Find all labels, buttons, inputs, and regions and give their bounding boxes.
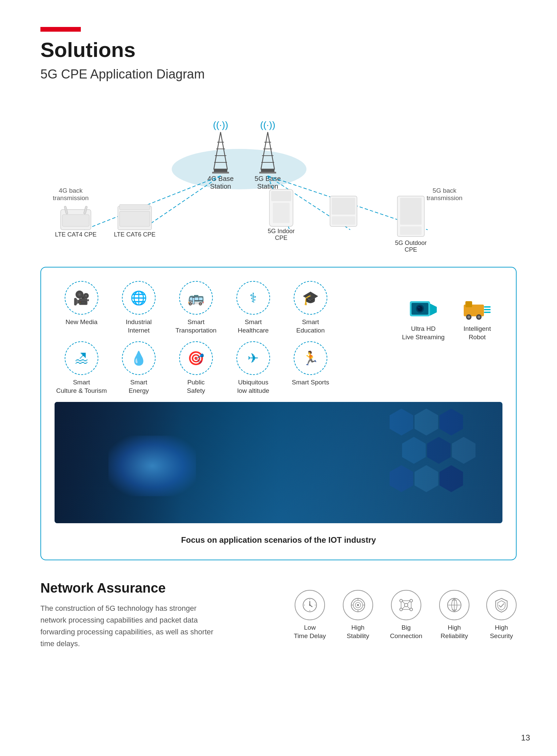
svg-text:Station: Station	[210, 183, 231, 190]
svg-rect-36	[332, 216, 355, 225]
smart-healthcare-icon: ⚕	[236, 281, 270, 315]
smart-culture-icon: 🏖	[65, 341, 98, 375]
svg-text:5G Indoor: 5G Indoor	[268, 228, 295, 234]
app-public-safety: 🎯 PublicSafety	[169, 341, 223, 395]
5g-outdoor-device: 5G Outdoor CPE	[395, 196, 427, 253]
app-smart-transportation: 🚌 SmartTransportation	[169, 281, 223, 335]
high-stability-icon	[343, 590, 373, 620]
smart-transportation-label: SmartTransportation	[175, 318, 216, 335]
focus-text: Focus on application scenarios of the IO…	[55, 530, 502, 546]
lte-cat4-device: LTE CAT4 CPE	[55, 206, 96, 238]
svg-point-53	[477, 316, 480, 318]
smart-sports-icon: 🏃	[294, 341, 327, 375]
apps-left: 🎥 New Media 🌐 IndustrialInternet 🚌 Smart…	[55, 281, 391, 402]
svg-line-80	[403, 607, 405, 609]
svg-point-77	[410, 608, 413, 611]
tower-oval-bg	[172, 149, 306, 189]
5g-indoor-device: 5G Indoor CPE	[268, 189, 295, 241]
svg-rect-27	[120, 211, 150, 226]
page: Solutions 5G CPE Application Diagram ((·…	[0, 0, 557, 756]
svg-rect-26	[120, 204, 150, 209]
red-accent-bar	[40, 27, 81, 32]
svg-point-76	[400, 608, 403, 611]
lte-cat6-device: LTE CAT6 CPE	[114, 204, 155, 238]
svg-point-74	[400, 599, 403, 602]
svg-rect-17	[259, 172, 276, 173]
svg-point-68	[357, 604, 359, 606]
app-smart-education: 🎓 SmartEducation	[284, 281, 338, 335]
intelligent-robot-label: IntelligentRobot	[463, 325, 491, 341]
feature-low-time-delay: LowTime Delay	[294, 590, 326, 640]
new-media-label: New Media	[65, 318, 97, 327]
svg-point-51	[467, 316, 470, 318]
svg-rect-55	[484, 309, 491, 310]
smart-culture-label: SmartCulture & Tourism	[56, 378, 107, 395]
app-smart-energy: 💧 SmartEnergy	[112, 341, 166, 395]
big-connection-icon	[391, 590, 421, 620]
svg-text:((·)): ((·))	[213, 120, 228, 130]
high-reliability-label: HighReliability	[440, 624, 468, 640]
main-application-box: 🎥 New Media 🌐 IndustrialInternet 🚌 Smart…	[40, 267, 517, 560]
new-media-icon: 🎥	[65, 281, 98, 315]
app-smart-sports: 🏃 Smart Sports	[284, 341, 338, 395]
app-intelligent-robot: IntelligentRobot	[452, 295, 502, 341]
smart-healthcare-label: SmartHealthcare	[238, 318, 269, 335]
svg-point-47	[418, 307, 419, 308]
smart-education-label: SmartEducation	[296, 318, 325, 335]
5g-transmission-label: 5G back	[433, 187, 457, 194]
svg-rect-49	[465, 301, 472, 307]
svg-marker-43	[430, 304, 437, 316]
apps-row-1: 🎥 New Media 🌐 IndustrialInternet 🚌 Smart…	[55, 281, 391, 335]
svg-line-81	[408, 607, 410, 609]
page-title: Solutions	[40, 38, 517, 62]
svg-text:((·)): ((·))	[260, 120, 275, 130]
smart-sports-label: Smart Sports	[292, 378, 329, 387]
svg-rect-38	[400, 198, 421, 225]
5g-transmission-label2: transmission	[427, 194, 463, 201]
smart-energy-icon: 💧	[122, 341, 155, 375]
svg-rect-54	[484, 306, 491, 308]
svg-point-64	[309, 605, 311, 606]
app-new-media: 🎥 New Media	[55, 281, 109, 335]
apps-section: 🎥 New Media 🌐 IndustrialInternet 🚌 Smart…	[55, 281, 502, 402]
big-connection-label: BigConnection	[390, 624, 422, 640]
svg-line-79	[408, 601, 410, 604]
network-icons: LowTime Delay HighStabilit	[294, 590, 517, 640]
feature-big-connection: BigConnection	[390, 590, 422, 640]
intelligent-robot-icon	[460, 295, 494, 321]
right-items-row: Ultra HDLive Streaming	[398, 295, 502, 341]
high-security-icon	[486, 590, 517, 620]
network-assurance-title: Network Assurance	[40, 581, 215, 596]
feature-high-security: HighSecurity	[486, 590, 517, 640]
network-assurance-desc: The construction of 5G technology has st…	[40, 603, 215, 650]
high-stability-label: HighStability	[347, 624, 370, 640]
public-safety-label: PublicSafety	[187, 378, 205, 395]
network-assurance-section: Network Assurance The construction of 5G…	[40, 581, 517, 650]
high-security-label: HighSecurity	[490, 624, 513, 640]
svg-line-78	[403, 601, 405, 604]
app-smart-culture: 🏖 SmartCulture & Tourism	[55, 341, 109, 395]
page-number: 13	[521, 733, 530, 743]
low-time-delay-label: LowTime Delay	[294, 624, 326, 640]
industrial-internet-label: IndustrialInternet	[126, 318, 151, 335]
svg-text:Station: Station	[257, 183, 278, 190]
5g-outdoor-small-device	[330, 196, 357, 226]
line-4g-to-lte4	[84, 176, 221, 230]
svg-point-73	[405, 604, 408, 607]
diagram-svg: ((·)) 4G Base Station ((·))	[40, 102, 517, 263]
4g-transmission-label2: transmission	[53, 194, 89, 201]
svg-rect-31	[273, 203, 290, 223]
svg-rect-7	[212, 172, 229, 173]
svg-rect-6	[214, 169, 227, 172]
ultra-hd-label: Ultra HDLive Streaming	[402, 325, 445, 341]
feature-high-stability: HighStability	[343, 590, 373, 640]
low-time-delay-icon	[295, 590, 325, 620]
app-ultra-hd: Ultra HDLive Streaming	[398, 295, 448, 341]
ubiquitous-label: Ubiquitouslow altitude	[237, 378, 269, 395]
app-industrial-internet: 🌐 IndustrialInternet	[112, 281, 166, 335]
svg-point-75	[410, 599, 413, 602]
tablet-glow	[109, 436, 196, 496]
high-reliability-icon	[439, 590, 469, 620]
industrial-internet-icon: 🌐	[122, 281, 155, 315]
apps-row-2: 🏖 SmartCulture & Tourism 💧 SmartEnergy 🎯…	[55, 341, 391, 395]
